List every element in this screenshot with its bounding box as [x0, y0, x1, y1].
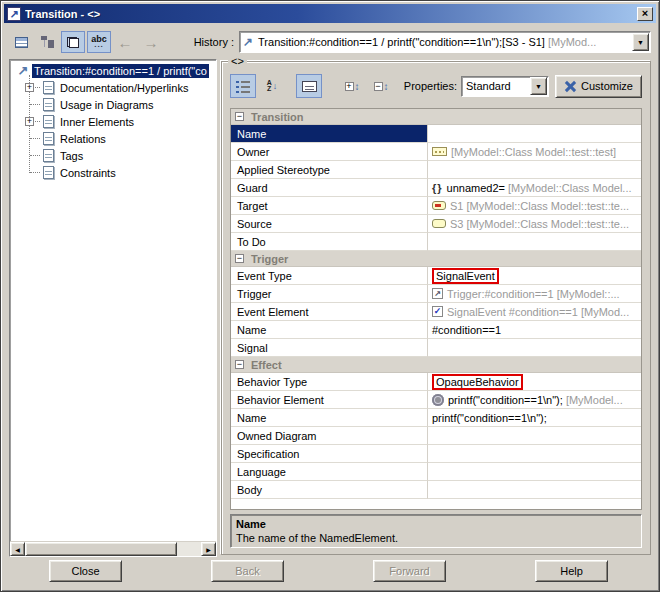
history-forward-button[interactable]: →: [139, 31, 163, 53]
property-label[interactable]: Language: [231, 463, 428, 481]
property-label[interactable]: Applied Stereotype: [231, 161, 428, 179]
table-row-transition-applied-stereotype[interactable]: Applied Stereotype: [231, 161, 641, 179]
tree-root-item[interactable]: ↗ Transition:#condition==1 / printf("co: [10, 62, 216, 79]
collapse-all-button[interactable]: −↕: [368, 74, 394, 98]
property-value[interactable]: [428, 339, 641, 357]
property-label[interactable]: Body: [231, 481, 428, 499]
property-label[interactable]: Event Type: [231, 267, 428, 285]
property-value[interactable]: printf("condition==1\n"); [MyModel...: [428, 391, 641, 409]
property-label[interactable]: Trigger: [231, 285, 428, 303]
properties-group-panel: <> A Z↓ +↕ −↕ Properties: Standard ▼ Cus: [221, 61, 651, 555]
history-back-button[interactable]: ←: [113, 31, 137, 53]
table-row-effect-language[interactable]: Language: [231, 463, 641, 481]
property-label[interactable]: Signal: [231, 339, 428, 357]
expand-plus-icon[interactable]: +: [25, 83, 34, 92]
property-label[interactable]: Owned Diagram: [231, 427, 428, 445]
scrollbar-thumb[interactable]: [25, 542, 177, 556]
property-label[interactable]: Name: [231, 409, 428, 427]
sort-alphabetically-button[interactable]: A Z↓: [259, 74, 285, 98]
table-row-trigger-name[interactable]: Name#condition==1: [231, 321, 641, 339]
table-row-transition-to-do[interactable]: To Do: [231, 233, 641, 251]
property-value[interactable]: [428, 161, 641, 179]
property-value[interactable]: SignalEvent: [428, 267, 641, 285]
property-value[interactable]: [428, 463, 641, 481]
group-header-trigger[interactable]: −Trigger: [231, 251, 641, 267]
expand-all-button[interactable]: +↕: [339, 74, 365, 98]
tree-horizontal-scrollbar[interactable]: ◀ ▶: [10, 541, 216, 556]
scroll-left-icon[interactable]: ◀: [10, 542, 25, 556]
property-label[interactable]: Specification: [231, 445, 428, 463]
group-header-effect[interactable]: −Effect: [231, 357, 641, 373]
property-label[interactable]: To Do: [231, 233, 428, 251]
table-row-transition-guard[interactable]: Guard{}unnamed2= [MyModel::Class Model..…: [231, 179, 641, 197]
property-value[interactable]: printf("condition==1\n");: [428, 409, 641, 427]
table-row-trigger-trigger[interactable]: Trigger↗Trigger:#condition==1 [MyModel::…: [231, 285, 641, 303]
property-value[interactable]: [428, 233, 641, 251]
table-row-transition-name[interactable]: Name: [231, 125, 641, 143]
property-label[interactable]: Source: [231, 215, 428, 233]
table-row-effect-body[interactable]: Body: [231, 481, 641, 499]
close-button[interactable]: Close: [49, 560, 122, 582]
navigation-tree: ↗ Transition:#condition==1 / printf("co …: [10, 60, 216, 181]
property-value[interactable]: [428, 427, 641, 445]
table-row-transition-owner[interactable]: Owner[MyModel::Class Model::test::test]: [231, 143, 641, 161]
sidebar-item-documentation-hyperlinks[interactable]: +Documentation/Hyperlinks: [10, 79, 216, 96]
scrollbar-track[interactable]: [177, 542, 201, 556]
property-label[interactable]: Behavior Type: [231, 373, 428, 391]
customize-button[interactable]: Customize: [555, 75, 642, 98]
property-value[interactable]: [428, 481, 641, 499]
properties-mode-value: Standard: [462, 80, 530, 92]
property-label[interactable]: Event Element: [231, 303, 428, 321]
properties-dropdown-button[interactable]: ▼: [530, 77, 547, 95]
history-dropdown-button[interactable]: ▼: [632, 33, 649, 51]
properties-view-button[interactable]: [9, 31, 33, 53]
collapse-minus-icon[interactable]: −: [235, 112, 244, 121]
property-value[interactable]: [428, 445, 641, 463]
property-value[interactable]: #condition==1: [428, 321, 641, 339]
property-label[interactable]: Name: [231, 125, 428, 143]
property-value[interactable]: OpaqueBehavior: [428, 373, 641, 391]
history-combobox[interactable]: ↗ Transition:#condition==1 / printf("con…: [239, 31, 651, 53]
sidebar-item-usage-in-diagrams[interactable]: Usage in Diagrams: [10, 96, 216, 113]
help-button[interactable]: Help: [535, 560, 608, 582]
property-label[interactable]: Behavior Element: [231, 391, 428, 409]
property-label[interactable]: Owner: [231, 143, 428, 161]
table-row-trigger-event-element[interactable]: Event Element✓SignalEvent #condition==1 …: [231, 303, 641, 321]
property-value[interactable]: S1 [MyModel::Class Model::test::te...: [428, 197, 641, 215]
table-row-trigger-event-type[interactable]: Event TypeSignalEvent: [231, 267, 641, 285]
property-value[interactable]: [428, 125, 641, 143]
property-value[interactable]: {}unnamed2= [MyModel::Class Model...: [428, 179, 641, 197]
sidebar-item-inner-elements[interactable]: +Inner Elements: [10, 113, 216, 130]
close-icon[interactable]: ×: [637, 7, 653, 21]
chevron-down-icon: ▼: [637, 39, 644, 46]
property-value[interactable]: [MyModel::Class Model::test::test]: [428, 143, 641, 161]
table-row-effect-owned-diagram[interactable]: Owned Diagram: [231, 427, 641, 445]
group-header-transition[interactable]: −Transition: [231, 109, 641, 125]
cascade-view-button[interactable]: [61, 31, 85, 53]
abc-view-button[interactable]: abc...: [87, 31, 111, 53]
scroll-right-icon[interactable]: ▶: [201, 542, 216, 556]
sidebar-item-tags[interactable]: Tags: [10, 147, 216, 164]
table-row-effect-behavior-type[interactable]: Behavior TypeOpaqueBehavior: [231, 373, 641, 391]
collapse-minus-icon[interactable]: −: [235, 360, 244, 369]
table-row-transition-target[interactable]: TargetS1 [MyModel::Class Model::test::te…: [231, 197, 641, 215]
table-row-effect-specification[interactable]: Specification: [231, 445, 641, 463]
table-row-effect-name[interactable]: Nameprintf("condition==1\n");: [231, 409, 641, 427]
expand-plus-icon[interactable]: +: [25, 117, 34, 126]
tree-view-button[interactable]: [35, 31, 59, 53]
sidebar-item-constraints[interactable]: Constraints: [10, 164, 216, 181]
property-value[interactable]: ↗Trigger:#condition==1 [MyModel::...: [428, 285, 641, 303]
properties-mode-select[interactable]: Standard ▼: [461, 76, 549, 97]
table-row-trigger-signal[interactable]: Signal: [231, 339, 641, 357]
property-value[interactable]: S3 [MyModel::Class Model::test::te...: [428, 215, 641, 233]
categorized-view-button[interactable]: [230, 74, 256, 98]
show-description-button[interactable]: [296, 74, 322, 98]
property-label[interactable]: Guard: [231, 179, 428, 197]
table-row-transition-source[interactable]: SourceS3 [MyModel::Class Model::test::te…: [231, 215, 641, 233]
property-label[interactable]: Name: [231, 321, 428, 339]
table-row-effect-behavior-element[interactable]: Behavior Elementprintf("condition==1\n")…: [231, 391, 641, 409]
collapse-minus-icon[interactable]: −: [235, 254, 244, 263]
sidebar-item-relations[interactable]: Relations: [10, 130, 216, 147]
property-label[interactable]: Target: [231, 197, 428, 215]
property-value[interactable]: ✓SignalEvent #condition==1 [MyMod...: [428, 303, 641, 321]
